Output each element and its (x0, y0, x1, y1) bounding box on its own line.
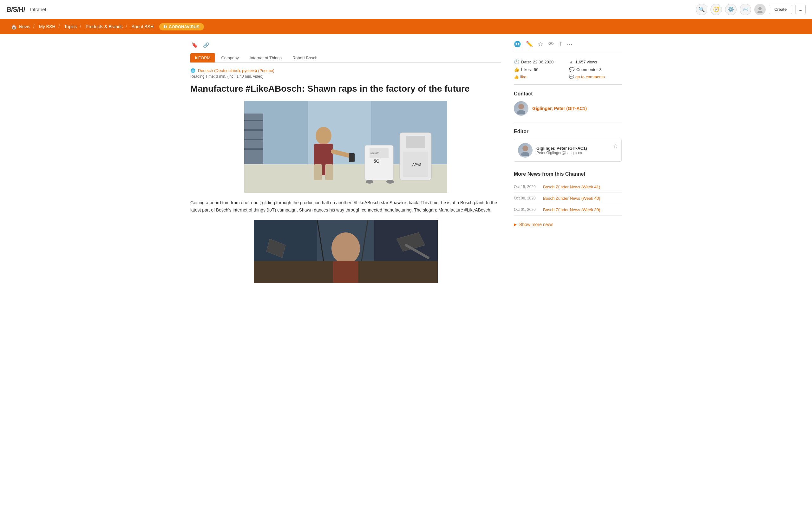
comment-icon: 💬 (569, 74, 574, 79)
like-button[interactable]: 👍 like (514, 74, 566, 79)
svg-rect-13 (406, 136, 425, 149)
article-tabs: inFORM Company Internet of Things Robert… (190, 53, 501, 63)
contact-section: Contact Giglinger, Peter (GIT-AC1) (514, 91, 622, 122)
info-icon (164, 25, 167, 28)
sidebar-eye-icon[interactable]: 👁 (548, 41, 554, 48)
svg-point-33 (332, 232, 360, 264)
svg-rect-30 (254, 220, 317, 261)
svg-text:5G: 5G (374, 159, 380, 164)
svg-point-36 (517, 110, 525, 114)
svg-rect-25 (325, 164, 333, 180)
compass-icon[interactable]: 🧭 (710, 4, 722, 15)
tab-robert-bosch[interactable]: Robert Bosch (288, 53, 322, 63)
editor-title: Editor (514, 129, 622, 134)
clock-icon: 🕐 (514, 59, 519, 64)
sidebar-more-icon[interactable]: ⋯ (567, 41, 572, 48)
article-image-2 (254, 220, 438, 283)
meta-views: ▲ 1,657 views (569, 59, 622, 64)
language-link[interactable]: Deutsch (Deutschland), русский (Россия) (198, 68, 274, 73)
more-news-section: More News from this Channel Oct 15, 2020… (514, 171, 622, 229)
svg-rect-8 (244, 120, 263, 121)
nav-products-brands[interactable]: Products & Brands / (81, 19, 127, 34)
nav-my-bsh-label: My BSH (39, 24, 55, 29)
sidebar-globe-icon[interactable]: 🌐 (514, 41, 521, 48)
article-body: Getting a beard trim from one robot, gli… (190, 199, 501, 213)
nav-topics[interactable]: Topics / (60, 19, 81, 34)
more-button[interactable]: ... (795, 5, 806, 14)
user-avatar[interactable] (754, 4, 766, 15)
nav-news-label: News (19, 24, 30, 29)
sidebar: 🌐 ✏️ ☆ 👁 ⤴ ⋯ 🕐 Date: 22.06.2020 ▲ 1,657 … (514, 41, 622, 290)
settings-icon[interactable]: ⚙️ (725, 4, 737, 15)
intranet-label: Intranet (30, 7, 46, 12)
bookmark-icon[interactable]: 🔖 (190, 41, 199, 49)
news-link[interactable]: Bosch Zünder News (Week 41) (543, 185, 600, 189)
svg-rect-34 (333, 261, 358, 283)
news-date: Oct 08, 2020 (514, 196, 539, 200)
nav-topics-label: Topics (64, 24, 77, 29)
app-logo: B/S/H/ (6, 5, 25, 14)
svg-point-37 (522, 145, 528, 151)
show-more-news-button[interactable]: ▶ Show more news (514, 220, 622, 229)
meta-date: 🕐 Date: 22.06.2020 (514, 59, 566, 64)
svg-rect-9 (244, 129, 263, 131)
article-tools-top: 🔖 🔗 (190, 41, 501, 49)
svg-point-22 (316, 127, 332, 144)
editor-name: Giglinger, Peter (GIT-AC1) (536, 146, 617, 151)
sidebar-share-icon[interactable]: ⤴ (559, 41, 562, 48)
svg-point-20 (366, 180, 373, 184)
editor-star-icon[interactable]: ☆ (613, 143, 617, 149)
sidebar-star-icon[interactable]: ☆ (538, 41, 543, 48)
article-meta: 🌐 Deutsch (Deutschland), русский (Россия… (190, 68, 501, 78)
sidebar-top-icons: 🌐 ✏️ ☆ 👁 ⤴ ⋯ (514, 41, 622, 53)
link-icon[interactable]: 🔗 (202, 41, 210, 49)
nav-covid-label: CORONAVIRUS (169, 24, 200, 29)
nav-about-bsh[interactable]: About BSH (127, 19, 158, 34)
nav-coronavirus[interactable]: CORONAVIRUS (159, 23, 204, 30)
send-icon[interactable]: 📨 (740, 4, 751, 15)
main-layout: 🔖 🔗 inFORM Company Internet of Things Ro… (184, 34, 628, 296)
views-icon: ▲ (569, 59, 573, 64)
svg-point-1 (758, 11, 763, 13)
meta-likes-label: Likes: (521, 67, 532, 72)
tab-inform[interactable]: inFORM (190, 53, 215, 63)
meta-comments-value: 3 (599, 67, 602, 72)
app-header: B/S/H/ Intranet 🔍 🧭 ⚙️ 📨 Create ... (0, 0, 812, 19)
article-title: Manufacture #LikeABosch: Shawn raps in t… (190, 83, 501, 94)
news-link[interactable]: Bosch Zünder News (Week 40) (543, 196, 600, 201)
show-more-label: Show more news (519, 222, 553, 227)
like-icon: 👍 (514, 74, 519, 79)
editor-avatar (518, 143, 533, 158)
svg-rect-27 (349, 153, 355, 162)
news-item: Oct 08, 2020 Bosch Zünder News (Week 40) (514, 193, 622, 204)
meta-date-value: 22.06.2020 (533, 60, 554, 64)
tab-company[interactable]: Company (216, 53, 244, 63)
svg-rect-11 (244, 149, 263, 150)
tab-iot[interactable]: Internet of Things (245, 53, 287, 63)
reading-time: Reading Time: 3 min. (incl. 1:40 min. vi… (190, 74, 501, 78)
meta-likes: 👍 Likes: 50 (514, 67, 566, 72)
news-item: Oct 15, 2020 Bosch Zünder News (Week 41) (514, 181, 622, 193)
article-image-1: APAS rexroth 5G (244, 101, 447, 193)
go-to-comments-button[interactable]: 💬 go to comments (569, 74, 622, 79)
news-date: Oct 01, 2020 (514, 207, 539, 212)
content-area: 🔖 🔗 inFORM Company Internet of Things Ro… (190, 41, 501, 290)
nav-about-bsh-label: About BSH (132, 24, 154, 29)
create-button[interactable]: Create (769, 5, 792, 14)
news-item: Oct 01, 2020 Bosch Zünder News (Week 39) (514, 204, 622, 216)
meta-date-label: Date: (521, 60, 531, 64)
news-link[interactable]: Bosch Zünder News (Week 39) (543, 207, 600, 212)
editor-card: Giglinger, Peter (GIT-AC1) Peter.Gigling… (514, 139, 622, 162)
likes-icon: 👍 (514, 67, 519, 72)
svg-point-0 (759, 7, 762, 10)
nav-news[interactable]: 🏠 News / (6, 19, 35, 34)
svg-text:APAS: APAS (412, 163, 422, 166)
main-navbar: 🏠 News / My BSH / Topics / Products & Br… (0, 19, 812, 34)
search-icon[interactable]: 🔍 (696, 4, 707, 15)
nav-my-bsh[interactable]: My BSH / (35, 19, 60, 34)
sidebar-edit-icon[interactable]: ✏️ (526, 41, 533, 48)
contact-name-link[interactable]: Giglinger, Peter (GIT-AC1) (532, 106, 587, 111)
svg-rect-10 (244, 139, 263, 140)
editor-section: Editor Giglinger, Peter (GIT-AC1) Peter.… (514, 129, 622, 162)
chevron-right-icon: ▶ (514, 222, 517, 227)
